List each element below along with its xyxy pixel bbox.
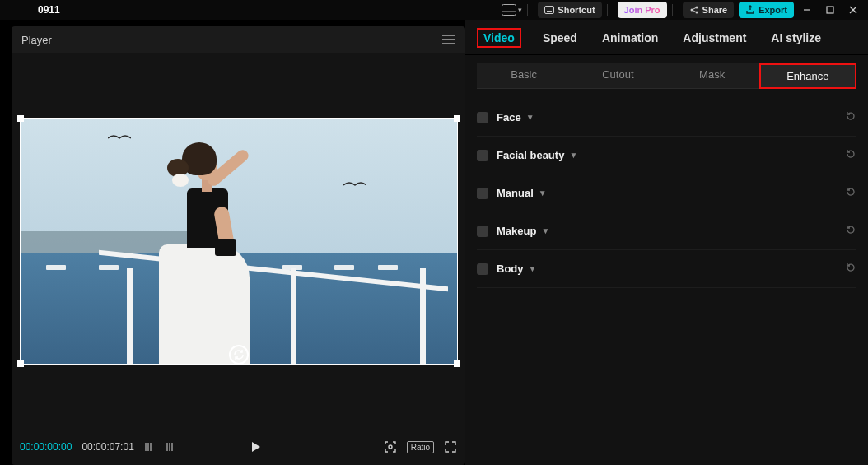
sync-icon[interactable] [229,345,249,365]
svg-rect-15 [150,443,152,451]
timecode-duration: 00:00:07:01 [82,441,133,453]
svg-line-8 [693,11,696,12]
join-pro-label: Join Pro [624,5,660,15]
player-panel: Player [0,20,465,465]
timecode-current: 00:00:00:00 [20,441,72,453]
crop-handle-bottom-right[interactable] [454,360,460,367]
section-face-label: Face [497,111,521,123]
tab-speed[interactable]: Speed [539,28,581,48]
export-button[interactable]: Export [739,2,794,18]
svg-rect-10 [827,7,833,13]
share-button[interactable]: Share [683,2,735,18]
video-canvas[interactable] [21,119,457,364]
tab-aistylize[interactable]: AI stylize [768,28,824,48]
share-label: Share [702,5,728,15]
svg-rect-18 [171,443,173,451]
svg-rect-14 [147,443,149,451]
shortcut-label: Shortcut [558,5,595,15]
crop-handle-top-right[interactable] [454,115,460,122]
ratio-button[interactable]: Ratio [407,441,434,453]
section-makeup-label: Makeup [497,225,536,237]
enhance-sections: Face ▼ Facial beauty ▼ Manual ▼ [465,94,868,293]
crop-handle-top-left[interactable] [17,115,24,122]
window-minimize-button[interactable] [797,2,817,18]
join-pro-button[interactable]: Join Pro [618,2,667,18]
svg-rect-16 [166,443,168,451]
play-button[interactable] [249,440,262,453]
layout-icon[interactable]: ▾ [502,4,522,16]
chevron-down-icon: ▼ [541,226,549,235]
section-body[interactable]: Body ▼ [477,250,856,288]
section-manual[interactable]: Manual ▼ [477,174,856,212]
tab-animation[interactable]: Animation [599,28,661,48]
player-header: Player [12,26,465,53]
section-makeup[interactable]: Makeup ▼ [477,212,856,250]
section-manual-label: Manual [497,187,534,199]
main-split: Player [0,20,868,465]
svg-rect-13 [145,443,147,451]
export-label: Export [758,5,787,15]
prev-frame-button[interactable] [144,441,156,453]
keyboard-icon [544,6,554,14]
reset-face-icon[interactable] [845,110,856,125]
fullscreen-button[interactable] [444,440,457,453]
player-menu-icon[interactable] [442,35,455,44]
reset-manual-icon[interactable] [845,186,856,201]
section-facial-beauty-label: Facial beauty [497,149,564,161]
chevron-down-icon: ▼ [529,264,537,273]
window-maximize-button[interactable] [820,2,840,18]
svg-point-19 [389,445,392,449]
svg-line-7 [693,8,696,10]
shortcut-button[interactable]: Shortcut [538,2,601,18]
export-icon [745,5,755,15]
inspector-panel: Video Speed Animation Adjustment AI styl… [465,20,868,465]
player-controls: 00:00:00:00 00:00:07:01 Ratio [12,429,465,465]
section-facial-beauty[interactable]: Facial beauty ▼ [477,137,856,174]
svg-rect-0 [502,5,516,16]
subtab-enhance[interactable]: Enhance [759,63,856,89]
crop-handle-bottom-left[interactable] [17,360,24,367]
svg-rect-17 [169,443,170,451]
chevron-down-icon: ▼ [569,151,577,160]
next-frame-button[interactable] [166,441,177,453]
subtab-cutout[interactable]: Cutout [571,63,665,89]
tab-adjustment[interactable]: Adjustment [679,28,749,48]
reset-makeup-icon[interactable] [845,224,856,239]
checkbox-manual[interactable] [477,188,488,199]
reset-facial-beauty-icon[interactable] [845,148,856,163]
checkbox-body[interactable] [477,263,488,275]
video-frame-image [21,119,457,364]
section-face[interactable]: Face ▼ [477,99,856,137]
tab-video[interactable]: Video [477,28,521,48]
checkbox-face[interactable] [477,112,488,123]
share-icon [689,5,699,15]
subtab-basic[interactable]: Basic [477,63,571,89]
checkbox-makeup[interactable] [477,226,488,237]
svg-rect-3 [547,11,552,12]
window-close-button[interactable] [843,2,863,18]
chevron-down-icon: ▼ [526,113,534,122]
checkbox-facial-beauty[interactable] [477,150,488,161]
svg-rect-2 [545,7,554,14]
app-frame: 0911 ▾ Shortcut Join Pro Share Export [0,0,868,465]
player-header-label: Player [21,34,52,46]
inspector-tabs: Video Speed Animation Adjustment AI styl… [465,20,868,55]
reset-body-icon[interactable] [845,262,856,277]
preview-area [12,53,465,429]
player-body: 00:00:00:00 00:00:07:01 Ratio [12,53,465,465]
titlebar: 0911 ▾ Shortcut Join Pro Share Export [0,0,868,20]
focus-icon[interactable] [384,440,397,453]
chevron-down-icon: ▼ [539,188,547,198]
subtab-mask[interactable]: Mask [665,63,759,89]
section-body-label: Body [497,263,524,275]
project-title: 0911 [38,4,60,16]
inspector-subtabs: Basic Cutout Mask Enhance [465,55,868,94]
